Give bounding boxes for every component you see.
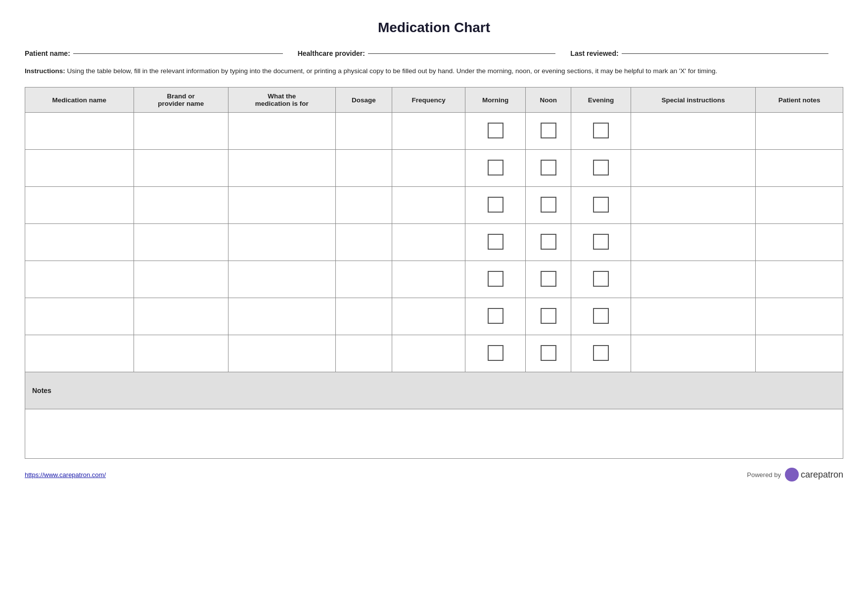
cell-noon-3[interactable] — [526, 187, 571, 224]
footer-link[interactable]: https://www.carepatron.com/ — [25, 471, 106, 479]
cell-medication-name-5[interactable] — [25, 261, 134, 298]
brand-logo: carepatron — [785, 468, 843, 482]
cell-medication-name-1[interactable] — [25, 113, 134, 150]
evening-checkbox-5[interactable] — [593, 271, 609, 287]
morning-checkbox-4[interactable] — [488, 234, 503, 250]
cell-special-2[interactable] — [631, 150, 755, 187]
cell-patient-notes-4[interactable] — [756, 224, 843, 261]
noon-checkbox-6[interactable] — [541, 308, 556, 324]
healthcare-provider-field: Healthcare provider: — [298, 49, 571, 57]
evening-checkbox-6[interactable] — [593, 308, 609, 324]
cell-what-for-3[interactable] — [228, 187, 335, 224]
cell-frequency-6[interactable] — [392, 298, 465, 335]
evening-checkbox-4[interactable] — [593, 234, 609, 250]
cell-dosage-7[interactable] — [335, 335, 392, 372]
cell-dosage-4[interactable] — [335, 224, 392, 261]
cell-frequency-7[interactable] — [392, 335, 465, 372]
cell-morning-3[interactable] — [465, 187, 526, 224]
noon-checkbox-5[interactable] — [541, 271, 556, 287]
cell-dosage-3[interactable] — [335, 187, 392, 224]
cell-frequency-5[interactable] — [392, 261, 465, 298]
morning-checkbox-7[interactable] — [488, 345, 503, 361]
cell-medication-name-2[interactable] — [25, 150, 134, 187]
cell-patient-notes-7[interactable] — [756, 335, 843, 372]
cell-what-for-2[interactable] — [228, 150, 335, 187]
cell-dosage-5[interactable] — [335, 261, 392, 298]
morning-checkbox-5[interactable] — [488, 271, 503, 287]
cell-what-for-1[interactable] — [228, 113, 335, 150]
cell-evening-6[interactable] — [571, 298, 631, 335]
cell-brand-name-3[interactable] — [134, 187, 228, 224]
cell-medication-name-3[interactable] — [25, 187, 134, 224]
cell-special-3[interactable] — [631, 187, 755, 224]
cell-patient-notes-6[interactable] — [756, 298, 843, 335]
cell-what-for-7[interactable] — [228, 335, 335, 372]
cell-morning-6[interactable] — [465, 298, 526, 335]
cell-brand-name-2[interactable] — [134, 150, 228, 187]
cell-evening-7[interactable] — [571, 335, 631, 372]
noon-checkbox-3[interactable] — [541, 197, 556, 213]
cell-brand-name-1[interactable] — [134, 113, 228, 150]
cell-what-for-5[interactable] — [228, 261, 335, 298]
col-what-for: What themedication is for — [228, 88, 335, 113]
morning-checkbox-2[interactable] — [488, 160, 503, 175]
col-special-instructions: Special instructions — [631, 88, 755, 113]
morning-checkbox-6[interactable] — [488, 308, 503, 324]
cell-evening-4[interactable] — [571, 224, 631, 261]
patient-name-label: Patient name: — [25, 49, 70, 57]
cell-frequency-1[interactable] — [392, 113, 465, 150]
cell-medication-name-4[interactable] — [25, 224, 134, 261]
cell-patient-notes-1[interactable] — [756, 113, 843, 150]
cell-patient-notes-3[interactable] — [756, 187, 843, 224]
noon-checkbox-4[interactable] — [541, 234, 556, 250]
noon-checkbox-2[interactable] — [541, 160, 556, 175]
medication-table: Medication name Brand orprovider name Wh… — [25, 87, 843, 459]
cell-what-for-4[interactable] — [228, 224, 335, 261]
cell-frequency-2[interactable] — [392, 150, 465, 187]
cell-special-1[interactable] — [631, 113, 755, 150]
noon-checkbox-7[interactable] — [541, 345, 556, 361]
cell-noon-6[interactable] — [526, 298, 571, 335]
cell-evening-1[interactable] — [571, 113, 631, 150]
cell-special-7[interactable] — [631, 335, 755, 372]
cell-frequency-3[interactable] — [392, 187, 465, 224]
cell-morning-2[interactable] — [465, 150, 526, 187]
cell-special-4[interactable] — [631, 224, 755, 261]
cell-special-6[interactable] — [631, 298, 755, 335]
cell-evening-5[interactable] — [571, 261, 631, 298]
cell-noon-7[interactable] — [526, 335, 571, 372]
cell-what-for-6[interactable] — [228, 298, 335, 335]
cell-noon-4[interactable] — [526, 224, 571, 261]
cell-medication-name-6[interactable] — [25, 298, 134, 335]
cell-brand-name-5[interactable] — [134, 261, 228, 298]
cell-morning-4[interactable] — [465, 224, 526, 261]
morning-checkbox-3[interactable] — [488, 197, 503, 213]
cell-medication-name-7[interactable] — [25, 335, 134, 372]
cell-brand-name-6[interactable] — [134, 298, 228, 335]
cell-brand-name-7[interactable] — [134, 335, 228, 372]
cell-patient-notes-2[interactable] — [756, 150, 843, 187]
cell-dosage-2[interactable] — [335, 150, 392, 187]
cell-noon-2[interactable] — [526, 150, 571, 187]
evening-checkbox-2[interactable] — [593, 160, 609, 175]
cell-special-5[interactable] — [631, 261, 755, 298]
cell-frequency-4[interactable] — [392, 224, 465, 261]
evening-checkbox-3[interactable] — [593, 197, 609, 213]
cell-noon-5[interactable] — [526, 261, 571, 298]
cell-morning-5[interactable] — [465, 261, 526, 298]
cell-morning-1[interactable] — [465, 113, 526, 150]
cell-evening-3[interactable] — [571, 187, 631, 224]
healthcare-provider-line — [368, 53, 556, 54]
notes-content-cell[interactable] — [25, 409, 843, 459]
morning-checkbox-1[interactable] — [488, 123, 503, 138]
evening-checkbox-1[interactable] — [593, 123, 609, 138]
evening-checkbox-7[interactable] — [593, 345, 609, 361]
cell-dosage-1[interactable] — [335, 113, 392, 150]
cell-patient-notes-5[interactable] — [756, 261, 843, 298]
cell-morning-7[interactable] — [465, 335, 526, 372]
cell-dosage-6[interactable] — [335, 298, 392, 335]
cell-brand-name-4[interactable] — [134, 224, 228, 261]
cell-noon-1[interactable] — [526, 113, 571, 150]
cell-evening-2[interactable] — [571, 150, 631, 187]
noon-checkbox-1[interactable] — [541, 123, 556, 138]
